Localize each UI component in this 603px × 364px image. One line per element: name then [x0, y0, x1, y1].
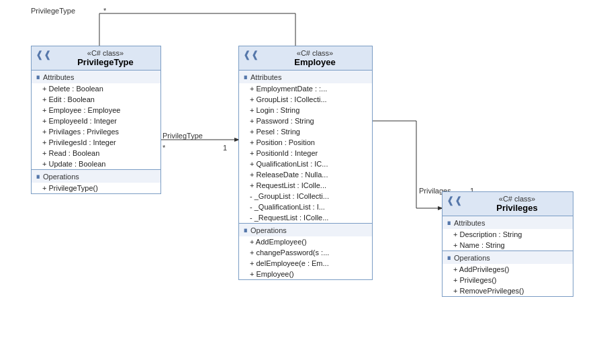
emp-op-3: + delEmployee(e : Em...	[239, 258, 372, 269]
pt-attr-6: + PrivilegesId : Integer	[32, 137, 160, 148]
classname-priv: Privileges	[447, 203, 569, 213]
emp-attr-7: + PositionId : Integer	[239, 148, 372, 158]
emp-operations-header: ∎ Operations	[239, 224, 372, 236]
class-privileges: ❰❰ «C# class» Privileges ∎ Attributes + …	[442, 191, 573, 297]
diagram-container: PrivilegeType * PrivilegType * 1 Privila…	[0, 0, 603, 364]
emp-attr-6: + Position : Position	[239, 137, 372, 148]
emp-attr-5: + Pesel : String	[239, 126, 372, 137]
emp-attr-1: + EmploymentDate : :...	[239, 83, 372, 94]
emp-attr-2: + GroupList : ICollecti...	[239, 94, 372, 105]
priv-attributes-label: Attributes	[454, 219, 485, 227]
pt-attr-5: + Privilages : Privileges	[32, 126, 160, 137]
minus-icon-emp-attr: ∎	[243, 73, 248, 81]
pt-float-label: PrivilegeType	[31, 7, 75, 15]
conn-mult-right: 1	[223, 144, 227, 152]
emp-attr-9: + ReleaseDate : Nulla...	[239, 169, 372, 180]
emp-attr-13: - _RequestList : IColle...	[239, 212, 372, 223]
emp-op-2: + changePassword(s :...	[239, 247, 372, 258]
pt-attr-7: + Read : Boolean	[32, 148, 160, 158]
pt-attributes-header: ∎ Attributes	[32, 71, 160, 83]
emp-attributes-label: Attributes	[250, 73, 281, 81]
class-privileges-header: ❰❰ «C# class» Privileges	[443, 192, 573, 216]
chevron-icon-emp: ❰❰	[243, 49, 259, 60]
emp-attr-3: + Login : String	[239, 105, 372, 116]
chevron-icon-priv: ❰❰	[447, 195, 463, 206]
priv-attr-1: + Description : String	[443, 229, 573, 240]
class-privilegetype: ❰❰ «C# class» PrivilegeType ∎ Attributes…	[31, 46, 161, 194]
minus-icon-pt-attr: ∎	[36, 73, 40, 81]
emp-attr-8: + QualificationList : IC...	[239, 158, 372, 169]
priv-attr-2: + Name : String	[443, 240, 573, 251]
priv-op-1: + AddPrivileges()	[443, 264, 573, 275]
class-employee-header: ❰❰ «C# class» Employee	[239, 46, 372, 71]
priv-operations-header: ∎ Operations	[443, 251, 573, 264]
classname-emp: Employee	[243, 57, 368, 67]
pt-op-1: + PrivilegeType()	[32, 183, 160, 193]
priv-op-2: + Privileges()	[443, 275, 573, 285]
conn-mult-left: *	[163, 144, 165, 152]
conn-label-left: PrivilegType	[163, 132, 203, 140]
pt-attr-2: + Edit : Boolean	[32, 94, 160, 105]
pt-attr-4: + EmployeeId : Integer	[32, 116, 160, 126]
stereotype-priv: «C# class»	[447, 195, 569, 203]
section-priv-operations: ∎ Operations + AddPrivileges() + Privile…	[443, 251, 573, 296]
section-pt-operations: ∎ Operations + PrivilegeType()	[32, 170, 160, 193]
minus-icon-priv-attr: ∎	[447, 218, 451, 227]
pt-operations-header: ∎ Operations	[32, 170, 160, 183]
pt-operations-label: Operations	[43, 173, 79, 181]
pt-attributes-label: Attributes	[43, 73, 74, 81]
section-emp-operations: ∎ Operations + AddEmployee() + changePas…	[239, 224, 372, 279]
class-privilegetype-header: ❰❰ «C# class» PrivilegeType	[32, 46, 160, 71]
emp-attr-12: - _QualificationList : I...	[239, 201, 372, 212]
pt-float-mult: *	[103, 7, 106, 15]
emp-attr-11: - _GroupList : ICollecti...	[239, 191, 372, 201]
section-priv-attributes: ∎ Attributes + Description : String + Na…	[443, 216, 573, 251]
section-emp-attributes: ∎ Attributes + EmploymentDate : :... + G…	[239, 71, 372, 224]
emp-operations-label: Operations	[250, 226, 287, 234]
minus-icon-priv-ops: ∎	[447, 253, 451, 262]
class-employee: ❰❰ «C# class» Employee ∎ Attributes + Em…	[238, 46, 373, 280]
pt-attr-1: + Delete : Boolean	[32, 83, 160, 94]
emp-attributes-header: ∎ Attributes	[239, 71, 372, 83]
stereotype-pt: «C# class»	[36, 49, 156, 57]
emp-op-4: + Employee()	[239, 269, 372, 279]
stereotype-emp: «C# class»	[243, 49, 368, 57]
classname-pt: PrivilegeType	[36, 57, 156, 67]
section-pt-attributes: ∎ Attributes + Delete : Boolean + Edit :…	[32, 71, 160, 170]
pt-attr-3: + Employee : Employee	[32, 105, 160, 116]
minus-icon-pt-ops: ∎	[36, 172, 40, 181]
priv-op-3: + RemovePrivileges()	[443, 285, 573, 296]
emp-attr-4: + Password : String	[239, 116, 372, 126]
emp-op-1: + AddEmployee()	[239, 236, 372, 247]
priv-attributes-header: ∎ Attributes	[443, 216, 573, 229]
chevron-icon-pt: ❰❰	[36, 49, 52, 60]
minus-icon-emp-ops: ∎	[243, 226, 248, 234]
priv-operations-label: Operations	[454, 254, 490, 262]
pt-attr-8: + Update : Boolean	[32, 158, 160, 169]
emp-attr-10: + RequestList : IColle...	[239, 180, 372, 191]
